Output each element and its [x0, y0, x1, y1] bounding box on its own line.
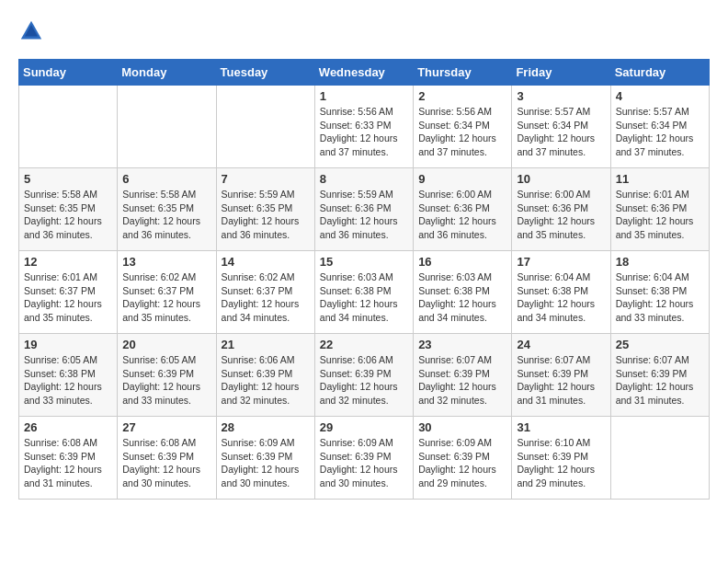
day-number: 25 — [616, 338, 704, 351]
calendar-cell: 1Sunrise: 5:56 AM Sunset: 6:33 PM Daylig… — [314, 86, 413, 168]
day-info: Sunrise: 6:01 AM Sunset: 6:37 PM Dayligh… — [24, 270, 112, 325]
day-info: Sunrise: 5:56 AM Sunset: 6:33 PM Dayligh… — [320, 105, 408, 159]
day-info: Sunrise: 6:09 AM Sunset: 6:39 PM Dayligh… — [320, 436, 408, 490]
weekday-header-friday: Friday — [512, 60, 610, 86]
day-info: Sunrise: 5:57 AM Sunset: 6:34 PM Dayligh… — [616, 105, 704, 159]
day-number: 13 — [122, 255, 210, 269]
calendar-header: SundayMondayTuesdayWednesdayThursdayFrid… — [19, 60, 710, 86]
calendar-cell: 19Sunrise: 6:05 AM Sunset: 6:38 PM Dayli… — [19, 334, 118, 417]
day-number: 7 — [222, 172, 310, 186]
day-number: 23 — [418, 338, 506, 351]
day-number: 9 — [418, 172, 506, 186]
day-number: 24 — [517, 338, 605, 351]
calendar-cell — [19, 86, 118, 168]
day-number: 18 — [616, 255, 704, 269]
day-number: 3 — [517, 89, 605, 103]
calendar-cell: 14Sunrise: 6:02 AM Sunset: 6:37 PM Dayli… — [216, 251, 314, 334]
calendar-week-4: 19Sunrise: 6:05 AM Sunset: 6:38 PM Dayli… — [19, 334, 710, 417]
weekday-header-saturday: Saturday — [610, 60, 709, 86]
day-info: Sunrise: 6:09 AM Sunset: 6:39 PM Dayligh… — [418, 436, 506, 490]
calendar-cell: 13Sunrise: 6:02 AM Sunset: 6:37 PM Dayli… — [118, 251, 216, 334]
day-number: 2 — [418, 89, 506, 103]
day-number: 15 — [320, 255, 408, 269]
day-number: 5 — [24, 172, 112, 186]
calendar-cell: 21Sunrise: 6:06 AM Sunset: 6:39 PM Dayli… — [216, 334, 314, 417]
calendar-cell: 12Sunrise: 6:01 AM Sunset: 6:37 PM Dayli… — [19, 251, 118, 334]
day-number: 12 — [24, 255, 112, 269]
day-info: Sunrise: 6:00 AM Sunset: 6:36 PM Dayligh… — [517, 188, 605, 242]
day-info: Sunrise: 5:58 AM Sunset: 6:35 PM Dayligh… — [24, 188, 112, 242]
calendar-cell: 17Sunrise: 6:04 AM Sunset: 6:38 PM Dayli… — [512, 251, 610, 334]
day-number: 14 — [222, 255, 310, 269]
day-info: Sunrise: 6:01 AM Sunset: 6:36 PM Dayligh… — [616, 188, 704, 242]
calendar-cell: 3Sunrise: 5:57 AM Sunset: 6:34 PM Daylig… — [512, 86, 610, 168]
day-info: Sunrise: 6:05 AM Sunset: 6:38 PM Dayligh… — [24, 353, 112, 408]
calendar-cell: 29Sunrise: 6:09 AM Sunset: 6:39 PM Dayli… — [314, 417, 413, 500]
calendar-cell: 4Sunrise: 5:57 AM Sunset: 6:34 PM Daylig… — [610, 86, 709, 168]
day-info: Sunrise: 6:03 AM Sunset: 6:38 PM Dayligh… — [320, 270, 408, 325]
day-number: 11 — [616, 172, 704, 186]
day-number: 26 — [24, 420, 112, 434]
day-info: Sunrise: 5:56 AM Sunset: 6:34 PM Dayligh… — [418, 105, 506, 159]
weekday-header-thursday: Thursday — [414, 60, 512, 86]
calendar-cell: 23Sunrise: 6:07 AM Sunset: 6:39 PM Dayli… — [414, 334, 512, 417]
day-number: 28 — [222, 420, 310, 434]
day-info: Sunrise: 6:05 AM Sunset: 6:39 PM Dayligh… — [122, 353, 210, 408]
day-number: 20 — [122, 338, 210, 351]
calendar-cell: 10Sunrise: 6:00 AM Sunset: 6:36 PM Dayli… — [512, 168, 610, 251]
calendar-cell: 26Sunrise: 6:08 AM Sunset: 6:39 PM Dayli… — [19, 417, 118, 500]
day-info: Sunrise: 6:02 AM Sunset: 6:37 PM Dayligh… — [122, 270, 210, 325]
calendar-table: SundayMondayTuesdayWednesdayThursdayFrid… — [18, 59, 710, 500]
calendar-cell: 20Sunrise: 6:05 AM Sunset: 6:39 PM Dayli… — [118, 334, 216, 417]
day-info: Sunrise: 6:00 AM Sunset: 6:36 PM Dayligh… — [418, 188, 506, 242]
day-number: 8 — [320, 172, 408, 186]
day-info: Sunrise: 6:08 AM Sunset: 6:39 PM Dayligh… — [122, 436, 210, 490]
calendar-cell: 31Sunrise: 6:10 AM Sunset: 6:39 PM Dayli… — [512, 417, 610, 500]
calendar-cell: 28Sunrise: 6:09 AM Sunset: 6:39 PM Dayli… — [216, 417, 314, 500]
day-number: 27 — [122, 420, 210, 434]
day-info: Sunrise: 6:07 AM Sunset: 6:39 PM Dayligh… — [418, 353, 506, 408]
day-info: Sunrise: 5:58 AM Sunset: 6:35 PM Dayligh… — [122, 188, 210, 242]
day-info: Sunrise: 6:04 AM Sunset: 6:38 PM Dayligh… — [616, 270, 704, 325]
calendar-cell: 7Sunrise: 5:59 AM Sunset: 6:35 PM Daylig… — [216, 168, 314, 251]
calendar-body: 1Sunrise: 5:56 AM Sunset: 6:33 PM Daylig… — [19, 86, 710, 500]
calendar-cell: 18Sunrise: 6:04 AM Sunset: 6:38 PM Dayli… — [610, 251, 709, 334]
calendar-cell — [216, 86, 314, 168]
calendar-cell — [118, 86, 216, 168]
day-info: Sunrise: 5:59 AM Sunset: 6:36 PM Dayligh… — [320, 188, 408, 242]
day-info: Sunrise: 6:02 AM Sunset: 6:37 PM Dayligh… — [222, 270, 310, 325]
weekday-header-tuesday: Tuesday — [216, 60, 314, 86]
calendar-cell — [610, 417, 709, 500]
day-number: 22 — [320, 338, 408, 351]
day-info: Sunrise: 6:06 AM Sunset: 6:39 PM Dayligh… — [222, 353, 310, 408]
weekday-header-monday: Monday — [118, 60, 216, 86]
day-number: 31 — [517, 420, 605, 434]
calendar-cell: 11Sunrise: 6:01 AM Sunset: 6:36 PM Dayli… — [610, 168, 709, 251]
logo — [18, 18, 48, 44]
day-info: Sunrise: 6:10 AM Sunset: 6:39 PM Dayligh… — [517, 436, 605, 490]
calendar-cell: 30Sunrise: 6:09 AM Sunset: 6:39 PM Dayli… — [414, 417, 512, 500]
day-info: Sunrise: 6:08 AM Sunset: 6:39 PM Dayligh… — [24, 436, 112, 490]
day-number: 4 — [616, 89, 704, 103]
calendar-week-5: 26Sunrise: 6:08 AM Sunset: 6:39 PM Dayli… — [19, 417, 710, 500]
day-number: 10 — [517, 172, 605, 186]
calendar-cell: 22Sunrise: 6:06 AM Sunset: 6:39 PM Dayli… — [314, 334, 413, 417]
calendar-week-1: 1Sunrise: 5:56 AM Sunset: 6:33 PM Daylig… — [19, 86, 710, 168]
day-number: 6 — [122, 172, 210, 186]
logo-icon — [18, 18, 44, 44]
calendar-cell: 9Sunrise: 6:00 AM Sunset: 6:36 PM Daylig… — [414, 168, 512, 251]
day-number: 30 — [418, 420, 506, 434]
calendar-cell: 25Sunrise: 6:07 AM Sunset: 6:39 PM Dayli… — [610, 334, 709, 417]
day-number: 17 — [517, 255, 605, 269]
day-number: 21 — [222, 338, 310, 351]
calendar-cell: 6Sunrise: 5:58 AM Sunset: 6:35 PM Daylig… — [118, 168, 216, 251]
day-info: Sunrise: 5:59 AM Sunset: 6:35 PM Dayligh… — [222, 188, 310, 242]
page-header — [18, 18, 710, 44]
day-info: Sunrise: 6:06 AM Sunset: 6:39 PM Dayligh… — [320, 353, 408, 408]
weekday-header-sunday: Sunday — [19, 60, 118, 86]
calendar-cell: 2Sunrise: 5:56 AM Sunset: 6:34 PM Daylig… — [414, 86, 512, 168]
calendar-cell: 24Sunrise: 6:07 AM Sunset: 6:39 PM Dayli… — [512, 334, 610, 417]
weekday-header-wednesday: Wednesday — [314, 60, 413, 86]
day-info: Sunrise: 6:07 AM Sunset: 6:39 PM Dayligh… — [517, 353, 605, 408]
day-info: Sunrise: 5:57 AM Sunset: 6:34 PM Dayligh… — [517, 105, 605, 159]
